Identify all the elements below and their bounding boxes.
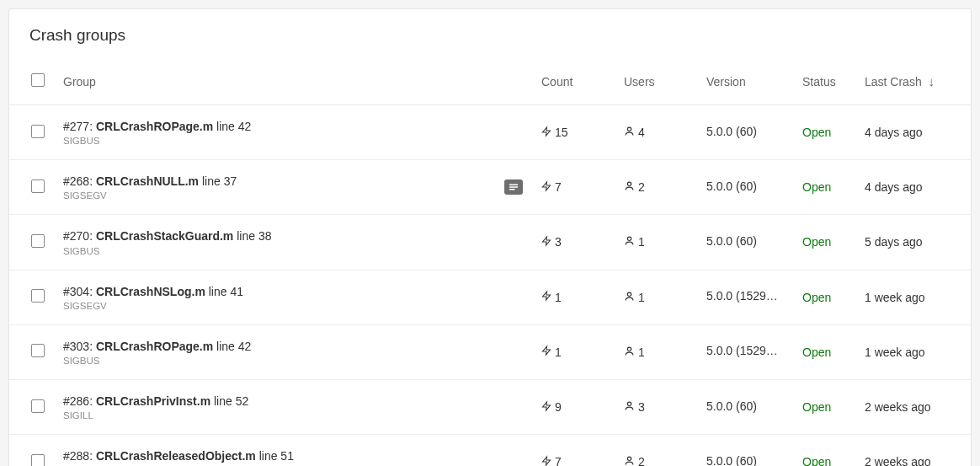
- group-cell: #286: CRLCrashPrivInst.m line 52SIGILL: [56, 379, 498, 434]
- svg-rect-3: [509, 187, 519, 188]
- users-cell: 1: [617, 324, 700, 379]
- count-cell: 1: [535, 324, 617, 379]
- group-signal: SIGBUS: [63, 246, 491, 256]
- table-row[interactable]: #277: CRLCrashROPage.m line 42SIGBUS1545…: [9, 105, 971, 160]
- header-group[interactable]: Group: [56, 65, 498, 105]
- note-cell: [498, 160, 535, 215]
- group-file: CRLCrashReleasedObject.m: [96, 449, 256, 463]
- status-cell: Open: [796, 324, 858, 379]
- panel-title: Crash groups: [29, 26, 951, 45]
- status-cell: Open: [796, 435, 858, 466]
- note-icon[interactable]: [504, 179, 523, 195]
- lastcrash-cell: 4 days ago: [858, 160, 971, 215]
- table-row[interactable]: #304: CRLCrashNSLog.m line 41SIGSEGV115.…: [9, 270, 971, 324]
- lastcrash-value: 2 weeks ago: [865, 400, 931, 414]
- table-row[interactable]: #270: CRLCrashStackGuard.m line 38SIGBUS…: [9, 215, 971, 270]
- lightning-icon: [541, 290, 551, 304]
- count-cell: 1: [535, 270, 617, 324]
- svg-marker-0: [543, 127, 551, 136]
- note-cell: [498, 270, 535, 324]
- note-cell: [498, 379, 535, 434]
- lastcrash-value: 5 days ago: [865, 235, 923, 249]
- user-icon: [624, 345, 635, 359]
- row-checkbox-cell: [9, 105, 56, 160]
- group-signal: SIGBUS: [63, 356, 491, 366]
- group-signal: SIGBUS: [63, 136, 491, 146]
- users-cell: 3: [617, 379, 700, 434]
- row-checkbox[interactable]: [31, 125, 45, 138]
- lastcrash-value: 1 week ago: [865, 291, 925, 304]
- row-checkbox[interactable]: [31, 179, 45, 193]
- status-cell: Open: [796, 379, 858, 434]
- note-cell: [498, 324, 535, 379]
- header-users[interactable]: Users: [617, 65, 700, 105]
- header-lastcrash[interactable]: Last Crash ↓: [858, 65, 971, 105]
- sort-descending-icon: ↓: [929, 74, 935, 88]
- svg-point-8: [627, 238, 631, 241]
- lightning-icon: [541, 400, 551, 415]
- lastcrash-cell: 5 days ago: [858, 215, 971, 270]
- group-cell: #277: CRLCrashROPage.m line 42SIGBUS: [56, 105, 498, 160]
- group-id: #270:: [63, 229, 93, 243]
- count-cell: 7: [535, 160, 617, 215]
- lightning-icon: [541, 126, 551, 140]
- svg-marker-7: [543, 237, 551, 245]
- svg-marker-15: [543, 457, 551, 465]
- select-all-checkbox[interactable]: [31, 73, 45, 87]
- crash-groups-panel: Crash groups Group Count Users Version S…: [8, 8, 972, 466]
- row-checkbox[interactable]: [31, 454, 45, 466]
- header-version[interactable]: Version: [700, 65, 796, 105]
- group-signal: SIGSEGV: [63, 190, 491, 201]
- count-cell: 7: [535, 435, 617, 466]
- status-cell: Open: [796, 105, 858, 160]
- group-title: #270: CRLCrashStackGuard.m line 38: [63, 228, 491, 244]
- table-row[interactable]: #288: CRLCrashReleasedObject.m line 51SI…: [9, 435, 971, 466]
- group-cell: #288: CRLCrashReleasedObject.m line 51SI…: [56, 435, 498, 466]
- svg-point-6: [627, 182, 631, 185]
- user-icon: [624, 126, 635, 139]
- group-location: line 42: [216, 120, 251, 133]
- group-location: line 41: [209, 285, 243, 298]
- user-icon: [624, 235, 635, 249]
- group-title: #277: CRLCrashROPage.m line 42: [63, 119, 491, 134]
- svg-rect-2: [509, 185, 519, 185]
- table-row[interactable]: #286: CRLCrashPrivInst.m line 52SIGILL93…: [9, 379, 971, 434]
- table-row[interactable]: #303: CRLCrashROPage.m line 42SIGBUS115.…: [9, 324, 971, 379]
- version-value: 5.0.0 (1529…: [706, 289, 778, 303]
- panel-header: Crash groups: [9, 9, 971, 65]
- note-cell: [498, 215, 535, 270]
- crash-groups-table: Group Count Users Version Status Last Cr…: [9, 65, 971, 466]
- group-file: CRLCrashNULL.m: [96, 174, 199, 188]
- users-cell: 4: [617, 105, 700, 160]
- row-checkbox-cell: [9, 435, 56, 466]
- version-value: 5.0.0 (60): [706, 234, 757, 248]
- row-checkbox[interactable]: [31, 344, 45, 357]
- lastcrash-cell: 2 weeks ago: [858, 379, 971, 434]
- group-title: #303: CRLCrashROPage.m line 42: [63, 339, 491, 354]
- header-count[interactable]: Count: [535, 65, 617, 105]
- header-checkbox-cell: [9, 65, 56, 105]
- row-checkbox[interactable]: [31, 399, 45, 413]
- header-status[interactable]: Status: [796, 65, 858, 105]
- group-file: CRLCrashNSLog.m: [96, 285, 205, 298]
- row-checkbox[interactable]: [31, 289, 45, 303]
- status-badge: Open: [802, 291, 831, 304]
- version-cell: 5.0.0 (60): [700, 215, 796, 270]
- group-title: #304: CRLCrashNSLog.m line 41: [63, 284, 491, 299]
- svg-marker-5: [543, 182, 551, 190]
- user-icon: [624, 455, 635, 466]
- users-value: 2: [638, 180, 645, 194]
- row-checkbox[interactable]: [31, 234, 45, 248]
- group-location: line 38: [237, 229, 271, 243]
- table-row[interactable]: #268: CRLCrashNULL.m line 37SIGSEGV725.0…: [9, 160, 971, 215]
- users-cell: 2: [617, 160, 700, 215]
- status-cell: Open: [796, 160, 858, 215]
- group-location: line 51: [259, 449, 294, 463]
- svg-point-10: [627, 292, 631, 296]
- version-cell: 5.0.0 (60): [700, 379, 796, 434]
- lastcrash-value: 2 weeks ago: [865, 455, 931, 466]
- count-value: 3: [555, 235, 562, 249]
- group-cell: #304: CRLCrashNSLog.m line 41SIGSEGV: [56, 270, 498, 324]
- header-note: [498, 65, 535, 105]
- group-cell: #303: CRLCrashROPage.m line 42SIGBUS: [56, 324, 498, 379]
